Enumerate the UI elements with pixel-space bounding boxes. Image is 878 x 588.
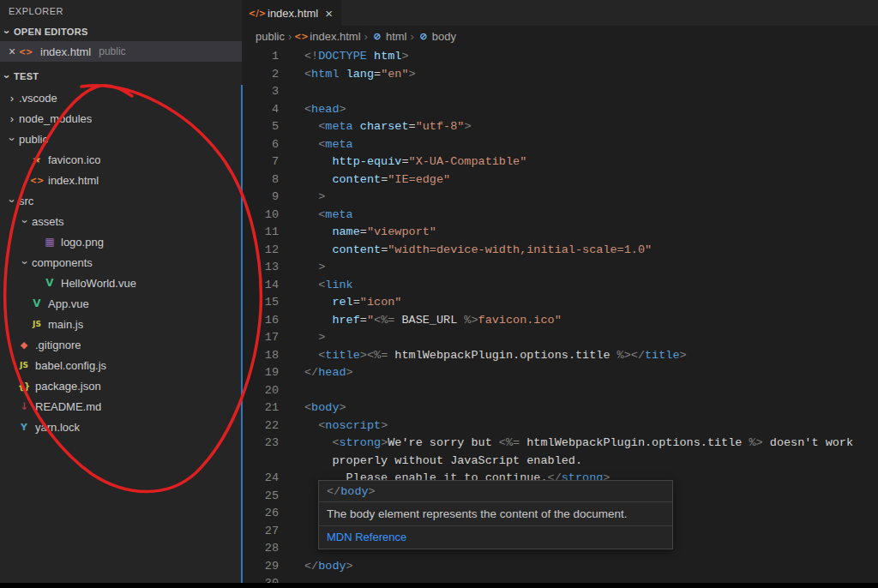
tree-item-yarn-lock[interactable]: Yyarn.lock bbox=[0, 417, 242, 437]
code-line[interactable]: properly without JavaScript enabled. bbox=[242, 453, 878, 471]
sidebar-resize-sash[interactable] bbox=[241, 85, 243, 588]
line-number: 6 bbox=[242, 136, 279, 154]
code-line[interactable]: 2<html lang="en"> bbox=[242, 66, 878, 84]
code-line-text: > bbox=[304, 329, 325, 347]
html-icon: </> bbox=[250, 9, 264, 18]
code-line-text: <head> bbox=[304, 101, 346, 119]
chevron-down-icon: › bbox=[1, 25, 14, 39]
code-line-text: > bbox=[304, 259, 325, 277]
code-line[interactable]: 14 <link bbox=[242, 277, 878, 295]
tree-item-src[interactable]: ›src bbox=[0, 190, 242, 211]
code-line-text: content="width=device-width,initial-scal… bbox=[304, 242, 652, 260]
line-number: 15 bbox=[242, 294, 279, 312]
tree-item-app-vue[interactable]: VApp.vue bbox=[0, 293, 242, 314]
tree-item--vscode[interactable]: ›.vscode bbox=[0, 87, 242, 108]
tab-label: index.html bbox=[268, 7, 318, 20]
chevron-right-icon: › bbox=[5, 112, 19, 125]
line-number: 5 bbox=[242, 118, 279, 136]
chevron-down-icon: › bbox=[6, 194, 19, 207]
tooltip-description: The body element represents the content … bbox=[319, 502, 672, 526]
line-number: 12 bbox=[242, 242, 279, 260]
explorer-sidebar: EXPLORER › OPEN EDITORS × <> index.html … bbox=[0, 0, 242, 588]
line-number: 21 bbox=[242, 399, 279, 417]
vscode-window: EXPLORER › OPEN EDITORS × <> index.html … bbox=[0, 0, 878, 588]
code-line[interactable]: 13 > bbox=[242, 259, 878, 277]
tooltip-code: </body> bbox=[319, 481, 672, 502]
tree-item-label: components bbox=[32, 256, 93, 269]
line-number: 24 bbox=[242, 470, 279, 488]
code-line[interactable]: 22 <noscript> bbox=[242, 417, 878, 435]
open-editor-item[interactable]: × <> index.html public bbox=[0, 41, 242, 62]
html-icon: <> bbox=[30, 176, 44, 185]
code-line[interactable]: 16 href="<%= BASE_URL %>favicon.ico" bbox=[242, 312, 878, 330]
breadcrumb: public›<>index.html›⊘html›⊘body bbox=[242, 26, 878, 46]
code-line[interactable]: 11 name="viewport" bbox=[242, 224, 878, 242]
tree-item-readme-md[interactable]: ↓README.md bbox=[0, 396, 242, 417]
code-line[interactable]: 12 content="width=device-width,initial-s… bbox=[242, 242, 878, 260]
mdn-reference-link[interactable]: MDN Reference bbox=[319, 526, 672, 549]
code-line[interactable]: 18 <title><%= htmlWebpackPlugin.options.… bbox=[242, 347, 878, 365]
line-number: 23 bbox=[242, 435, 279, 453]
markdown-icon: ↓ bbox=[17, 400, 31, 412]
breadcrumb-item-body[interactable]: ⊘body bbox=[418, 30, 456, 43]
code-line[interactable]: 29</body> bbox=[242, 558, 878, 576]
code-line-text: properly without JavaScript enabled. bbox=[304, 453, 582, 471]
line-number bbox=[242, 453, 279, 471]
tree-item-index-html[interactable]: <>index.html bbox=[0, 170, 242, 190]
line-number: 19 bbox=[242, 364, 279, 382]
close-icon[interactable]: × bbox=[5, 45, 19, 58]
chevron-down-icon: › bbox=[6, 132, 19, 146]
code-line[interactable]: 15 rel="icon" bbox=[242, 294, 878, 312]
code-line[interactable]: 6 <meta bbox=[242, 136, 878, 154]
line-number: 9 bbox=[242, 189, 279, 207]
code-line-text: <html lang="en"> bbox=[304, 66, 416, 84]
open-editors-header[interactable]: › OPEN EDITORS bbox=[0, 22, 242, 41]
line-number: 17 bbox=[242, 329, 279, 347]
code-line[interactable]: 23 <strong>We're sorry but <%= htmlWebpa… bbox=[242, 435, 878, 453]
code-line[interactable]: 10 <meta bbox=[242, 207, 878, 225]
bottom-edge-bar bbox=[0, 583, 878, 588]
tab-close-icon[interactable]: × bbox=[325, 6, 333, 21]
vue-icon: V bbox=[30, 297, 44, 309]
breadcrumb-item-public[interactable]: public bbox=[256, 30, 285, 43]
line-number: 20 bbox=[242, 382, 279, 400]
breadcrumb-item-label: public bbox=[256, 30, 285, 43]
code-line[interactable]: 19</head> bbox=[242, 364, 878, 382]
code-line[interactable]: 21<body> bbox=[242, 399, 878, 417]
code-line[interactable]: 20 bbox=[242, 382, 878, 400]
line-number: 28 bbox=[242, 540, 279, 558]
tree-item-components[interactable]: ›components bbox=[0, 252, 242, 273]
tree-item--gitignore[interactable]: ◆.gitignore bbox=[0, 334, 242, 355]
tree-item-package-json[interactable]: {}package.json bbox=[0, 375, 242, 396]
code-line[interactable]: 9 > bbox=[242, 189, 878, 207]
code-line[interactable]: 5 <meta charset="utf-8"> bbox=[242, 118, 878, 136]
line-number: 1 bbox=[242, 48, 279, 66]
tree-item-assets[interactable]: ›assets bbox=[0, 211, 242, 231]
tree-item-label: src bbox=[19, 195, 33, 207]
code-line-text: <link bbox=[304, 277, 353, 295]
tree-item-label: HelloWorld.vue bbox=[61, 277, 136, 290]
project-section-header[interactable]: › TEST bbox=[0, 67, 242, 86]
code-line[interactable]: 7 http-equiv="X-UA-Compatible" bbox=[242, 153, 878, 171]
open-editors-label: OPEN EDITORS bbox=[14, 27, 88, 37]
tree-item-label: App.vue bbox=[48, 297, 89, 310]
tree-item-label: assets bbox=[32, 215, 64, 228]
file-tree: ›.vscode›node_modules›public★favicon.ico… bbox=[0, 87, 242, 437]
code-line[interactable]: 8 content="IE=edge" bbox=[242, 171, 878, 189]
line-number: 25 bbox=[242, 488, 279, 506]
tree-item-helloworld-vue[interactable]: VHelloWorld.vue bbox=[0, 273, 242, 293]
code-line[interactable]: 4<head> bbox=[242, 101, 878, 119]
tree-item-public[interactable]: ›public bbox=[0, 129, 242, 149]
tree-item-babel-config-js[interactable]: JSbabel.config.js bbox=[0, 355, 242, 375]
tree-item-main-js[interactable]: JSmain.js bbox=[0, 314, 242, 334]
breadcrumb-item-index-html[interactable]: <>index.html bbox=[295, 30, 360, 43]
breadcrumb-item-html[interactable]: ⊘html bbox=[371, 30, 407, 43]
json-icon: {} bbox=[17, 381, 31, 391]
code-line[interactable]: 1<!DOCTYPE html> bbox=[242, 48, 878, 66]
code-line[interactable]: 3 bbox=[242, 83, 878, 101]
code-line[interactable]: 17 > bbox=[242, 329, 878, 347]
tree-item-logo-png[interactable]: ▦logo.png bbox=[0, 231, 242, 252]
tree-item-favicon-ico[interactable]: ★favicon.ico bbox=[0, 149, 242, 170]
tab-index-html[interactable]: </> index.html × bbox=[242, 0, 341, 26]
tree-item-node-modules[interactable]: ›node_modules bbox=[0, 108, 242, 129]
